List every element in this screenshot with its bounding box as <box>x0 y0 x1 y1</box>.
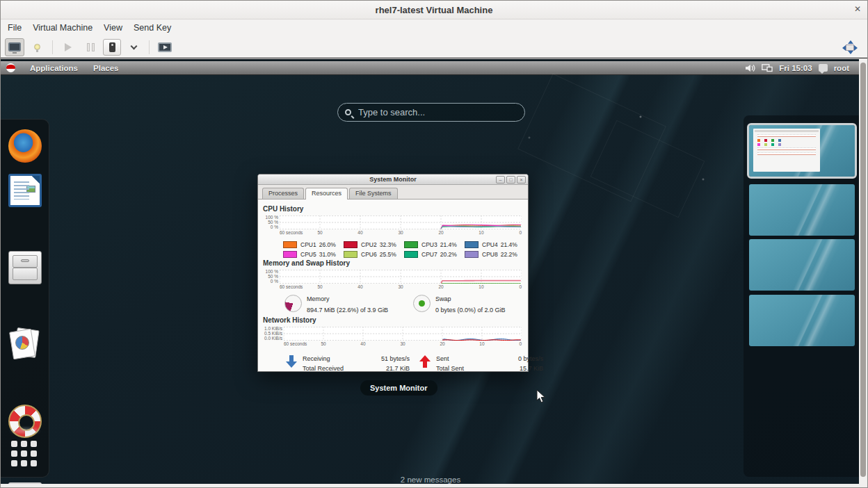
vm-scrollbar[interactable] <box>859 59 867 485</box>
cpu4-swatch <box>465 241 479 248</box>
cpu-legend-item: CPU625.5% <box>344 251 404 258</box>
cpu1-swatch <box>283 241 297 248</box>
fullscreen-monitor-icon <box>158 42 172 52</box>
lightbulb-icon <box>34 44 40 50</box>
chevron-down-icon <box>130 42 137 49</box>
workspace-thumbnail-4[interactable] <box>749 295 855 346</box>
fullscreen-console-button[interactable] <box>155 38 175 56</box>
menu-file[interactable]: File <box>2 21 27 35</box>
scrollbar-thumb[interactable] <box>860 63 866 477</box>
cpu2-swatch <box>344 241 357 248</box>
memory-history-title: Memory and Swap History <box>263 259 528 267</box>
pause-vm-button[interactable] <box>81 38 100 56</box>
play-icon <box>65 43 72 51</box>
user-menu[interactable]: root <box>834 64 849 72</box>
menubar: File Virtual Machine View Send Key <box>1 19 867 36</box>
vm-display[interactable]: Applications Places Fri 15:03 root <box>1 59 860 485</box>
clock[interactable]: Fri 15:03 <box>779 64 812 72</box>
workspace-thumbnail-2[interactable] <box>749 184 855 236</box>
auto-resize-vm-icon[interactable] <box>842 40 858 54</box>
cpu-x-axis: 60 seconds50403020100 <box>280 229 522 236</box>
virt-manager-window: rhel7-latest Virtual Machine ✕ File Virt… <box>0 0 868 488</box>
maximize-icon[interactable]: □ <box>506 176 515 184</box>
cpu-history-title: CPU History <box>263 205 528 213</box>
search-bar[interactable] <box>337 103 525 122</box>
receiving-info: ReceivingTotal Received 51 bytes/s21.7 K… <box>286 354 419 373</box>
activities-overview: System Monitor – □ × Processes Resources… <box>1 75 860 485</box>
tab-processes[interactable]: Processes <box>262 188 304 199</box>
menu-send-key[interactable]: Send Key <box>128 21 177 35</box>
workspace-thumbnail-3[interactable] <box>749 239 855 291</box>
show-applications-icon[interactable] <box>11 441 37 466</box>
cpu-legend-item: CPU232.3% <box>344 241 404 248</box>
memory-x-axis: 60 seconds50403020100 <box>280 284 522 290</box>
system-monitor-window[interactable]: System Monitor – □ × Processes Resources… <box>257 174 529 372</box>
network-y-axis: 1.0 KiB/s0.5 KiB/s0.0 KiB/s <box>263 327 284 341</box>
workspace-window-preview <box>753 129 820 172</box>
window-titlebar: rhel7-latest Virtual Machine ✕ <box>1 1 867 19</box>
show-details-button[interactable] <box>27 38 47 56</box>
file-manager-icon[interactable] <box>8 251 42 284</box>
memory-info: Memory894.7 MiB (22.6%) of 3.9 GiB <box>284 295 413 314</box>
shutdown-vm-button[interactable] <box>103 39 121 56</box>
run-vm-button[interactable] <box>58 38 78 56</box>
firefox-icon[interactable] <box>8 129 42 163</box>
cpu-legend: CPU126.0% CPU232.3% CPU321.4% CPU421.4% … <box>283 241 528 258</box>
close-window-icon[interactable]: ✕ <box>854 4 861 14</box>
cpu7-swatch <box>404 251 418 258</box>
message-tray-indicator[interactable]: 2 new messages <box>1 475 860 484</box>
search-icon <box>345 109 351 115</box>
upload-arrow-icon <box>419 355 431 371</box>
running-indicator <box>11 428 39 433</box>
console-monitor-icon <box>8 42 21 51</box>
workspace-thumbnail-1[interactable] <box>749 125 855 177</box>
swap-pie-icon <box>413 295 431 312</box>
system-monitor-titlebar[interactable]: System Monitor – □ × <box>258 174 528 185</box>
menu-view[interactable]: View <box>98 21 128 35</box>
cpu-legend-item: CPU321.4% <box>404 241 465 248</box>
redhat-logo-icon <box>6 63 15 72</box>
cpu-legend-item: CPU531.0% <box>283 251 344 258</box>
applications-menu[interactable]: Applications <box>22 64 86 72</box>
toolbar <box>1 36 867 58</box>
memory-y-axis: 100 %50 %0 % <box>263 270 280 284</box>
mouse-cursor <box>536 389 546 404</box>
memory-pie-icon <box>284 295 302 312</box>
swap-info: Swap0 bytes (0.0%) of 2.0 GiB <box>413 295 506 314</box>
dash-dock <box>1 119 49 478</box>
workspace-panel <box>744 115 860 477</box>
system-monitor-title: System Monitor <box>258 176 528 183</box>
menu-virtual-machine[interactable]: Virtual Machine <box>27 21 98 35</box>
libreoffice-writer-icon[interactable] <box>8 174 42 207</box>
places-menu[interactable]: Places <box>86 64 126 72</box>
show-graphical-console-button[interactable] <box>5 38 24 56</box>
tab-file-systems[interactable]: File Systems <box>349 188 398 199</box>
network-history-title: Network History <box>263 316 528 324</box>
cpu-legend-item: CPU720.2% <box>404 251 465 258</box>
cpu-legend-item: CPU822.2% <box>465 251 525 258</box>
gnome-top-bar: Applications Places Fri 15:03 root <box>1 61 860 75</box>
download-arrow-icon <box>286 355 297 371</box>
volume-icon[interactable] <box>746 64 755 72</box>
documents-icon[interactable] <box>8 327 42 361</box>
cpu-y-axis: 100 %50 %0 % <box>263 215 280 229</box>
screen-share-icon[interactable] <box>762 64 773 72</box>
toolbar-separator <box>149 40 150 54</box>
close-icon[interactable]: × <box>517 176 526 184</box>
tab-resources[interactable]: Resources <box>305 188 348 200</box>
memory-history-graph: 100 %50 %0 % 60 seconds50403020100 <box>263 270 522 290</box>
pause-icon <box>87 43 95 51</box>
sent-info: SentTotal Sent 0 bytes/s15.7 KiB <box>419 354 553 373</box>
mini-legend-row-1 <box>757 139 816 142</box>
minimize-icon[interactable]: – <box>496 176 505 184</box>
cpu8-swatch <box>465 251 479 258</box>
network-x-axis: 60 seconds50403020100 <box>284 341 522 347</box>
user-menu-icon <box>819 64 828 72</box>
window-bottom-border <box>1 484 867 487</box>
cpu6-swatch <box>344 251 357 258</box>
window-title: rhel7-latest Virtual Machine <box>1 5 867 15</box>
window-caption: System Monitor <box>360 380 437 396</box>
search-input[interactable] <box>357 106 517 118</box>
cpu-legend-item: CPU126.0% <box>283 241 344 248</box>
shutdown-menu-button[interactable] <box>124 38 143 56</box>
